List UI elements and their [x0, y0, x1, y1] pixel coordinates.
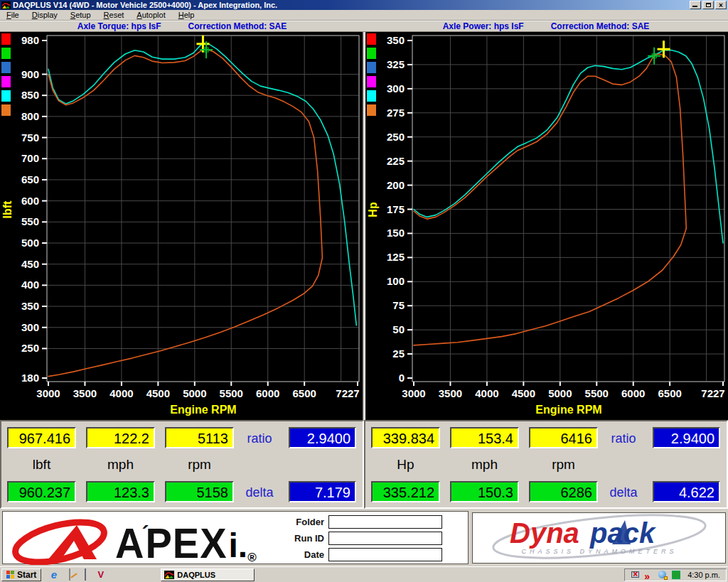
- apex-logo-panel: A´PEX i. ® Folder Run ID Date: [2, 511, 469, 564]
- display-error-icon[interactable]: ×: [631, 570, 641, 580]
- hp-unit-label: Hp: [371, 457, 440, 473]
- start-button[interactable]: Start: [1, 568, 41, 581]
- svg-text:850: 850: [21, 89, 39, 101]
- footer: A´PEX i. ® Folder Run ID Date: [0, 509, 728, 566]
- registered-trademark-icon: ®: [247, 551, 257, 565]
- power-chart[interactable]: 3503253002752502252001751501251007550250…: [365, 32, 728, 420]
- legend-swatch-0[interactable]: [367, 33, 376, 45]
- torque-chart-title: Axle Torque: hps IsF: [77, 21, 161, 31]
- run-id-input[interactable]: [328, 532, 442, 545]
- daqplus-window: DAQPLUS V14 (4WD - Motor Vehicle 2500+40…: [0, 0, 728, 582]
- x-axis-ticks: 300035004000450050005500600065007227: [402, 382, 724, 399]
- svg-text:200: 200: [387, 179, 405, 191]
- folder-input[interactable]: [328, 515, 442, 529]
- mph-unit-label: mph: [450, 457, 519, 473]
- chart-headers: Axle Torque: hps IsFCorrection Method: S…: [0, 21, 728, 32]
- svg-text:5500: 5500: [585, 387, 609, 399]
- menu-reset[interactable]: Reset: [97, 10, 131, 20]
- cursor-yellow[interactable]: [658, 41, 670, 58]
- y-axis-label: lbft: [1, 200, 14, 219]
- svg-text:225: 225: [387, 155, 405, 167]
- legend-swatch-2[interactable]: [1, 62, 11, 73]
- power-chart-title: Axle Power: hps IsF: [443, 21, 524, 31]
- svg-text:350: 350: [387, 34, 405, 46]
- menu-setup[interactable]: Setup: [64, 10, 97, 20]
- rpm-unit-label: rpm: [165, 457, 234, 473]
- y-axis-ticks: 9809008508007507006506005505004504003503…: [21, 34, 47, 384]
- svg-text:350: 350: [21, 300, 39, 312]
- legend-swatch-4[interactable]: [367, 90, 376, 102]
- daqplus-task-button[interactable]: DAQPLUS: [161, 568, 255, 581]
- document-shortcut-icon[interactable]: [80, 569, 90, 580]
- legend-swatch-4[interactable]: [1, 90, 11, 102]
- menu-help[interactable]: Help: [172, 10, 201, 20]
- torque-readout-panel: 967.416 122.2 5113 ratio 2.9400 lbft mph…: [0, 420, 364, 509]
- menu-display[interactable]: Display: [26, 10, 64, 20]
- torque-run-cyan: [48, 43, 356, 325]
- power-cursor2-mph: 150.3: [450, 481, 519, 502]
- close-button[interactable]: ×: [715, 1, 727, 9]
- delta-label: delta: [236, 485, 283, 500]
- svg-text:250: 250: [387, 131, 405, 143]
- svg-text:6500: 6500: [292, 387, 316, 399]
- app-status-icon[interactable]: [671, 570, 681, 580]
- internet-explorer-icon[interactable]: e: [48, 569, 59, 580]
- x-axis-label: Engine RPM: [535, 404, 601, 416]
- svg-text:4000: 4000: [109, 387, 133, 399]
- power-cursor1-value: 339.834: [371, 427, 440, 448]
- legend-swatch-2[interactable]: [367, 62, 376, 73]
- quick-launch-bar: e V: [48, 569, 122, 580]
- media-shortcut-icon[interactable]: V: [95, 569, 106, 580]
- svg-text:300: 300: [387, 82, 405, 95]
- menu-autoplot[interactable]: Autoplot: [130, 10, 171, 20]
- legend-swatch-5[interactable]: [1, 104, 11, 116]
- folder-label: Folder: [286, 517, 324, 527]
- legend-swatch-1[interactable]: [1, 48, 11, 59]
- power-delta-value: 4.622: [653, 481, 720, 502]
- apex-logo: A´PEX i. ®: [9, 513, 257, 565]
- rpm-unit-label: rpm: [529, 457, 598, 473]
- network-status-icon[interactable]: [658, 570, 668, 580]
- svg-text:4500: 4500: [146, 387, 170, 399]
- svg-text:5500: 5500: [220, 387, 243, 399]
- menu-file[interactable]: File: [0, 10, 26, 20]
- power-correction-method: Correction Method: SAE: [551, 21, 650, 31]
- window-titlebar[interactable]: DAQPLUS V14 (4WD - Motor Vehicle 2500+40…: [0, 0, 728, 10]
- x-axis-label: Engine RPM: [170, 404, 236, 416]
- torque-chart-plot[interactable]: 9809008508007507006506005505004504003503…: [0, 32, 363, 420]
- power-cursor2-value: 335.212: [371, 481, 440, 502]
- legend-swatch-3[interactable]: [367, 76, 376, 87]
- power-chart-legend: [367, 33, 377, 119]
- messenger-icon[interactable]: [111, 569, 122, 580]
- torque-chart-header: Axle Torque: hps IsFCorrection Method: S…: [0, 21, 364, 32]
- legend-swatch-5[interactable]: [367, 104, 376, 116]
- date-input[interactable]: [328, 548, 442, 561]
- svg-text:400: 400: [21, 279, 39, 291]
- legend-swatch-0[interactable]: [1, 33, 11, 45]
- torque-chart[interactable]: 9809008508007507006506005505004504003503…: [0, 32, 363, 420]
- minimize-button[interactable]: [690, 1, 701, 9]
- svg-text:800: 800: [21, 110, 39, 122]
- torque-cursor2-mph: 123.3: [86, 481, 155, 502]
- fast-forward-icon[interactable]: »: [644, 570, 654, 580]
- run-id-label: Run ID: [286, 533, 324, 544]
- taskbar-clock[interactable]: 4:30 p.m.: [687, 571, 720, 579]
- restore-button[interactable]: [702, 1, 714, 9]
- charts-area: 9809008508007507006506005505004504003503…: [0, 32, 728, 420]
- svg-text:50: 50: [392, 323, 405, 335]
- svg-text:5000: 5000: [183, 387, 206, 399]
- show-desktop-icon[interactable]: [64, 569, 75, 580]
- power-chart-plot[interactable]: 3503253002752502252001751501251007550250…: [365, 32, 728, 420]
- svg-text:500: 500: [21, 237, 39, 249]
- apex-emblem-icon: [9, 517, 115, 565]
- svg-text:6000: 6000: [621, 387, 645, 399]
- svg-text:75: 75: [392, 299, 405, 311]
- task-button-label: DAQPLUS: [177, 571, 215, 579]
- legend-swatch-3[interactable]: [1, 76, 11, 87]
- svg-text:250: 250: [21, 342, 39, 354]
- daqplus-app-icon: [164, 571, 174, 579]
- svg-text:CHASSIS DYNAMOMETERS: CHASSIS DYNAMOMETERS: [521, 548, 677, 555]
- svg-text:325: 325: [387, 58, 405, 70]
- ratio-label: ratio: [600, 431, 647, 446]
- legend-swatch-1[interactable]: [367, 48, 376, 59]
